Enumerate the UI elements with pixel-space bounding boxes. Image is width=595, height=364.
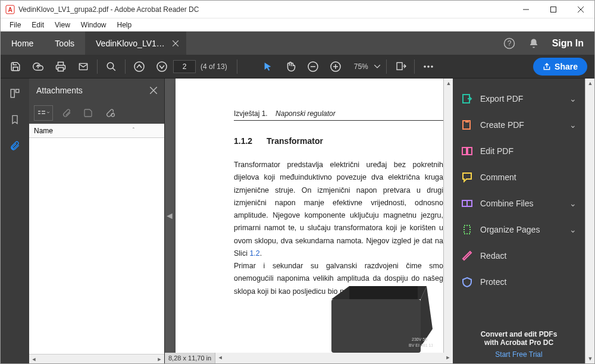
svg-text:?: ? xyxy=(507,39,511,48)
rightpanel-vscroll[interactable]: ▲ ▼ xyxy=(585,79,594,363)
rp-export-pdf[interactable]: Export PDF⌄ xyxy=(453,86,585,112)
page-down-icon[interactable] xyxy=(151,55,173,78)
maximize-button[interactable] xyxy=(540,1,567,18)
tab-document[interactable]: VedinKlovo_LV1_gr... xyxy=(85,32,186,55)
attachment-icon[interactable] xyxy=(7,138,23,153)
page-number-input[interactable] xyxy=(173,60,196,73)
bookmark-icon[interactable] xyxy=(8,112,22,127)
fit-width-icon[interactable] xyxy=(389,55,412,78)
svg-line-13 xyxy=(112,68,115,71)
select-tool-icon[interactable] xyxy=(256,55,279,78)
titlebar: A VedinKlovo_LV1_grupa2.pdf - Adobe Acro… xyxy=(1,1,594,18)
menu-edit[interactable]: Edit xyxy=(26,20,49,30)
zoom-value: 75% xyxy=(354,62,368,71)
svg-text:BV EI 481 11: BV EI 481 11 xyxy=(409,343,433,347)
content-area: Attachments Name ˆ ◄ ► ◄ I xyxy=(1,79,594,363)
rp-protect[interactable]: Protect xyxy=(453,269,585,295)
tabbar: Home Tools VedinKlovo_LV1_gr... ? Sign I… xyxy=(1,32,594,55)
rp-organize-pages[interactable]: Organize Pages⌄ xyxy=(453,216,585,243)
tab-close-icon[interactable] xyxy=(171,39,180,48)
svg-rect-3 xyxy=(551,7,556,12)
rp-edit-pdf[interactable]: Edit PDF xyxy=(453,138,585,164)
document-vscroll[interactable]: ▲ xyxy=(443,79,453,353)
svg-rect-32 xyxy=(42,111,45,112)
sort-caret-icon: ˆ xyxy=(133,127,134,134)
svg-point-15 xyxy=(157,62,167,71)
promo-box: Convert and edit PDFs with Acrobat Pro D… xyxy=(453,322,585,363)
hand-tool-icon[interactable] xyxy=(279,55,302,78)
tab-tools[interactable]: Tools xyxy=(44,32,85,55)
sign-in-button[interactable]: Sign In xyxy=(552,38,584,49)
document-hscroll[interactable]: ◄ ► xyxy=(215,353,453,363)
cloud-upload-icon[interactable] xyxy=(27,55,49,78)
attachments-panel: Attachments Name ˆ ◄ ► xyxy=(29,79,165,363)
rp-comment[interactable]: Comment xyxy=(453,164,585,190)
share-button[interactable]: Share xyxy=(533,58,587,76)
save-icon[interactable] xyxy=(4,55,27,78)
thumbnails-icon[interactable] xyxy=(7,86,23,101)
attachments-close-icon[interactable] xyxy=(150,87,157,94)
menu-file[interactable]: File xyxy=(4,20,26,30)
protect-icon xyxy=(461,277,473,287)
svg-rect-46 xyxy=(467,200,472,206)
svg-rect-47 xyxy=(464,225,470,234)
page-header: Izvještaj 1. Naponski regulator xyxy=(234,109,443,121)
tab-document-label: VedinKlovo_LV1_gr... xyxy=(96,39,166,48)
organize-pages-icon xyxy=(461,224,473,235)
svg-rect-10 xyxy=(58,67,64,71)
rp-combine-files[interactable]: Combine Files⌄ xyxy=(453,190,585,216)
paragraph-1: Transformator predstavlja električni ure… xyxy=(234,159,443,260)
start-trial-link[interactable]: Start Free Trial xyxy=(460,350,578,359)
left-rail xyxy=(1,79,29,363)
menu-view[interactable]: View xyxy=(49,20,76,30)
zoom-in-icon[interactable] xyxy=(324,55,347,78)
panel-collapse-left-icon[interactable]: ◄ xyxy=(165,79,174,353)
zoom-out-icon[interactable] xyxy=(302,55,324,78)
document-page[interactable]: Izvještaj 1. Naponski regulator 1.1.2 Tr… xyxy=(176,79,443,353)
svg-rect-38 xyxy=(349,286,418,299)
combine-files-icon xyxy=(461,198,473,209)
svg-rect-33 xyxy=(42,113,45,114)
app-icon: A xyxy=(5,5,15,14)
svg-rect-44 xyxy=(468,148,472,155)
svg-rect-43 xyxy=(462,148,466,155)
create-pdf-icon xyxy=(461,120,473,130)
export-pdf-icon xyxy=(461,93,473,104)
more-tools-icon[interactable] xyxy=(417,55,440,78)
edit-pdf-icon xyxy=(461,146,473,156)
minimize-button[interactable] xyxy=(512,1,540,18)
chevron-down-icon: ⌄ xyxy=(569,120,577,130)
share-label: Share xyxy=(555,62,578,71)
figure-link[interactable]: 1.2 xyxy=(249,249,259,258)
menu-help[interactable]: Help xyxy=(112,20,137,30)
help-icon[interactable]: ? xyxy=(503,37,515,49)
attachments-column-name[interactable]: Name ˆ xyxy=(29,124,164,138)
page-total-label: (4 of 13) xyxy=(201,62,227,71)
svg-text:A: A xyxy=(8,7,12,13)
rp-redact[interactable]: Redact xyxy=(453,243,585,269)
attach-add-icon[interactable] xyxy=(102,105,118,121)
transformer-image: 230V 50BV EI 481 11 xyxy=(308,281,433,353)
print-icon[interactable] xyxy=(49,55,72,78)
window-title: VedinKlovo_LV1_grupa2.pdf - Adobe Acroba… xyxy=(18,5,512,14)
tab-home[interactable]: Home xyxy=(1,32,44,55)
bell-icon[interactable] xyxy=(528,38,539,49)
attachments-hscroll[interactable]: ◄ ► xyxy=(29,354,164,363)
page-up-icon[interactable] xyxy=(128,55,151,78)
zoom-dropdown-icon[interactable] xyxy=(371,55,384,78)
svg-rect-35 xyxy=(331,299,421,353)
menu-window[interactable]: Window xyxy=(76,20,112,30)
window-controls xyxy=(512,1,594,18)
tools-panel: Export PDF⌄ Create PDF⌄ Edit PDF Comment… xyxy=(453,79,585,363)
attach-open-icon[interactable] xyxy=(59,105,74,121)
svg-point-23 xyxy=(424,65,426,68)
search-icon[interactable] xyxy=(100,55,123,78)
rp-create-pdf[interactable]: Create PDF⌄ xyxy=(453,112,585,138)
mail-icon[interactable] xyxy=(72,55,95,78)
svg-rect-26 xyxy=(11,89,14,98)
svg-point-25 xyxy=(431,65,433,68)
attach-save-icon[interactable] xyxy=(80,105,96,121)
attach-options-icon[interactable] xyxy=(34,105,53,121)
close-button[interactable] xyxy=(567,1,594,18)
svg-rect-27 xyxy=(16,89,19,92)
